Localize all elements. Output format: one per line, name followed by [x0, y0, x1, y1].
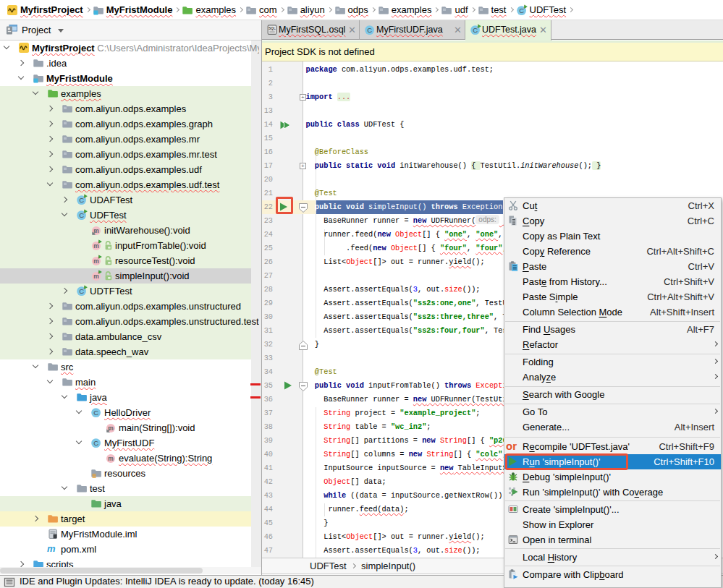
- svg-text:C: C: [473, 26, 478, 34]
- svg-text:m: m: [93, 273, 99, 280]
- svg-text:C: C: [79, 211, 84, 219]
- svg-text:m: m: [108, 455, 114, 462]
- svg-text:C: C: [93, 439, 98, 447]
- svg-text:m: m: [93, 257, 99, 265]
- svg-text:C: C: [367, 26, 372, 34]
- svg-text:SQL: SQL: [269, 27, 276, 30]
- svg-text:m: m: [93, 242, 99, 250]
- svg-text:C: C: [79, 196, 84, 204]
- svg-text:C: C: [93, 409, 98, 417]
- svg-text:C: C: [519, 7, 524, 14]
- svg-text:C: C: [79, 287, 84, 295]
